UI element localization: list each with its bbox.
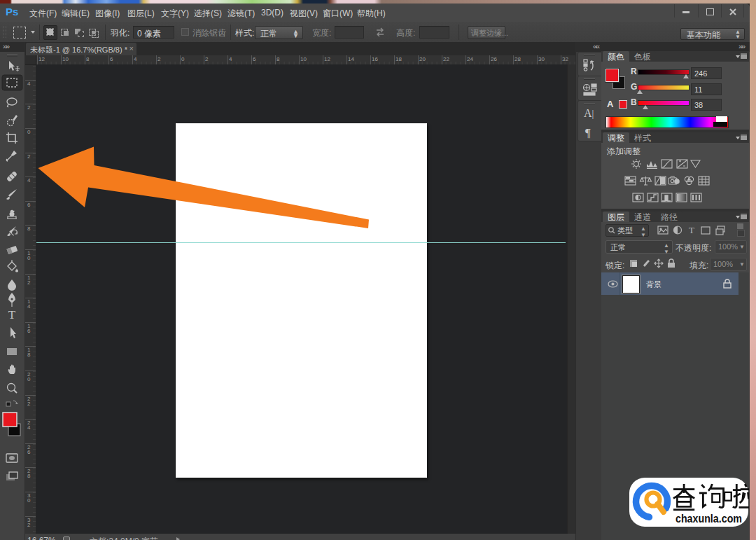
svg-text:T: T <box>689 225 694 235</box>
svg-text:chaxunla.com: chaxunla.com <box>676 512 742 525</box>
svg-text:T: T <box>8 308 16 321</box>
